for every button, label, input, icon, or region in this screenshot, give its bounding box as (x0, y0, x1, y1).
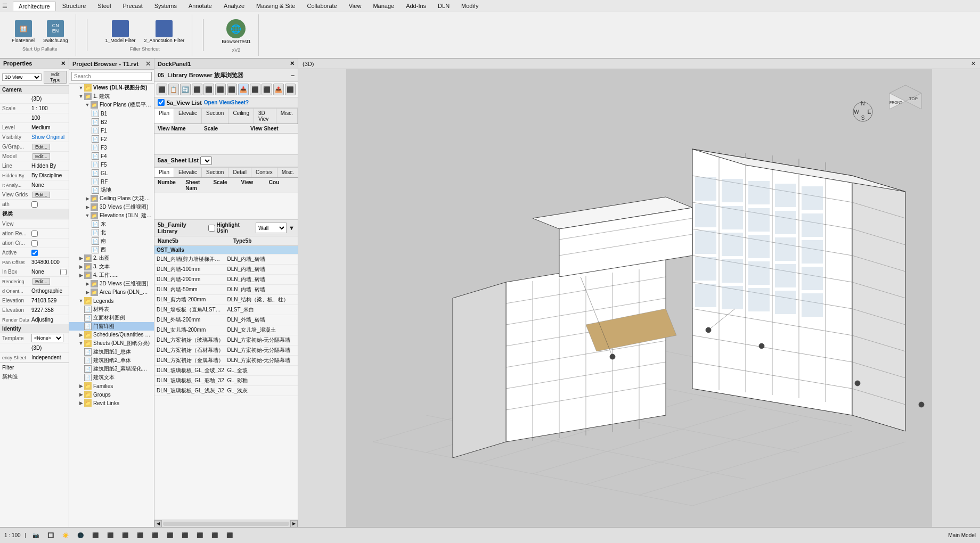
tree-item-material-table[interactable]: 📄 材料表 (69, 305, 154, 314)
prop-value-visibility[interactable]: Show Original (31, 134, 67, 140)
tree-item-gl[interactable]: 📄GL (69, 169, 154, 177)
tree-item-ceiling[interactable]: ▶ 📁 Ceiling Plans (天花板平面) (69, 194, 154, 203)
toolbar-btn-9[interactable]: ⬛ (250, 84, 260, 95)
tree-item-3d-views[interactable]: ▶ 📁 3D Views (三维视图) (69, 203, 154, 211)
tree-item-families[interactable]: ▶ 📁 Families (69, 382, 154, 390)
tree-item-revit-links[interactable]: ▶ 📁 Revit Links (69, 399, 154, 407)
tab-analyze[interactable]: Analyze (218, 2, 250, 10)
tree-item-elev-东[interactable]: 📄东 (69, 220, 154, 228)
tab-dln[interactable]: DLN (432, 2, 455, 10)
family-row-1[interactable]: DLN_内墙(剪力墙楼梯并跨：DLN_内墙_砖墙 (154, 254, 298, 265)
family-row-3[interactable]: DLN_内墙-200mmDLN_内墙_砖墙 (154, 275, 298, 285)
tab-architecture[interactable]: Architecture (13, 2, 56, 11)
family-hscroll[interactable]: ◀ ▶ (154, 520, 298, 527)
family-row-8[interactable]: DLN_女儿墙-200mmDLN_女儿墙_混凝土 (154, 325, 298, 335)
browser-test-button[interactable]: 🌐 BrowserTest1 (218, 18, 254, 46)
family-row-13[interactable]: DLN_玻璃板板_GL_彩釉_32GL_彩釉 (154, 376, 298, 386)
tree-item-elevations[interactable]: ▼ 📁 Elevations (DLN_建筑立面) (69, 211, 154, 220)
status-icon-phase[interactable]: ⬛ (150, 530, 160, 541)
status-icon-render[interactable]: 🔲 (45, 530, 56, 541)
tab-3d-view[interactable]: 3D Viev (254, 108, 276, 124)
tree-item-plans2[interactable]: ▶ 📁 2. 出图 (69, 254, 154, 262)
view-close-btn[interactable]: ✕ (971, 60, 976, 67)
tree-item-elev-西[interactable]: 📄西 (69, 245, 154, 254)
tree-item-elev-北[interactable]: 📄北 (69, 228, 154, 237)
tree-item-text[interactable]: ▶ 📁 3. 文本 (69, 262, 154, 271)
sheet-list-select[interactable] (200, 157, 212, 165)
prop-region-cr-checkbox[interactable] (31, 240, 38, 246)
sheet-tab-detail[interactable]: Detail (228, 167, 251, 177)
dock-panel-close[interactable]: ✕ (290, 60, 295, 67)
tree-item-legends[interactable]: ▼ 📁 Legends (69, 297, 154, 305)
tab-misc[interactable]: Misc. (276, 108, 298, 124)
family-row-4[interactable]: DLN_内墙-50mmDLN_内墙_砖墙 (154, 285, 298, 295)
tab-ceiling[interactable]: Ceiling (228, 108, 254, 124)
status-icon-part[interactable]: ⬛ (224, 530, 235, 541)
tab-systems[interactable]: Systems (149, 2, 182, 10)
tab-precast[interactable]: Precast (117, 2, 148, 10)
family-row-14[interactable]: DLN_玻璃板板_GL_浅灰_32GL_浅灰 (154, 386, 298, 396)
prop-grids-checkbox[interactable] (31, 201, 38, 208)
prop-grids-edit-btn[interactable]: Edit... (32, 192, 50, 198)
status-icon-thin[interactable]: ⬛ (120, 530, 130, 541)
sheet-tab-plan[interactable]: Plan (154, 167, 174, 177)
prop-in-box-checkbox[interactable] (60, 269, 67, 275)
tab-annotate[interactable]: Annotate (183, 2, 217, 10)
toolbar-btn-5[interactable]: ⬛ (203, 84, 214, 95)
family-row-0[interactable]: OST_Walls (154, 246, 298, 254)
toolbar-btn-3[interactable]: 🔄 (180, 84, 191, 95)
status-icon-worksharing[interactable]: ⬛ (194, 530, 205, 541)
tab-steel[interactable]: Steel (92, 2, 116, 10)
tab-elevatic[interactable]: Elevatic (174, 108, 202, 124)
tree-item-b1[interactable]: 📄B1 (69, 109, 154, 118)
hscroll-bar[interactable] (163, 522, 289, 526)
prop-model-edit-btn[interactable]: Edit... (32, 153, 50, 160)
tree-item-sheet[interactable]: 📄建筑图纸3_幕墙深化（提资） (69, 365, 154, 373)
toolbar-btn-8[interactable]: 📥 (238, 84, 249, 95)
tab-view[interactable]: View (344, 2, 367, 10)
tab-structure[interactable]: Structure (57, 2, 92, 10)
tree-item-arch[interactable]: ▼ 📁 1. 建筑 (69, 92, 154, 101)
prop-graphics-edit-btn[interactable]: Edit... (32, 144, 50, 150)
toolbar-btn-1[interactable]: ⬛ (157, 84, 167, 95)
family-row-12[interactable]: DLN_玻璃板板_GL_全玻_32GL_全玻 (154, 366, 298, 376)
tab-massing[interactable]: Massing & Site (251, 2, 300, 10)
tree-item-work[interactable]: ▶ 📁 4. 工作...... (69, 271, 154, 279)
float-panel-button[interactable]: 🪟 FloatPanel (9, 19, 38, 45)
tab-addins[interactable]: Add-Ins (401, 2, 431, 10)
prop-active-checkbox[interactable] (31, 250, 38, 256)
status-icon-filter[interactable]: ⬛ (165, 530, 175, 541)
tree-item-schedules[interactable]: ▶ 📁 Schedules/Quantities (DLN_数) (69, 331, 154, 339)
tree-item-views[interactable]: ▼ 📁 Views (DLN-视图分类) (69, 84, 154, 92)
view-type-select[interactable]: 3D View (2, 73, 42, 81)
sheet-tab-section[interactable]: Section (202, 167, 228, 177)
prop-template-select[interactable]: <None> (31, 334, 63, 342)
hscroll-right-btn[interactable]: ▶ (290, 520, 298, 528)
tree-item-sheets[interactable]: ▼ 📁 Sheets (DLN_图纸分类) (69, 339, 154, 348)
status-icon-sun[interactable]: ☀️ (60, 530, 71, 541)
search-input[interactable] (71, 72, 152, 81)
family-row-7[interactable]: DLN_外墙-200mmDLN_外墙_砖墙 (154, 315, 298, 325)
status-icon-reveal[interactable]: ⬛ (135, 530, 145, 541)
tab-modify[interactable]: Modify (456, 2, 484, 10)
family-row-6[interactable]: DLN_墙板板（直角ALST中灰ALST_米白 (154, 305, 298, 315)
tree-item-f3[interactable]: 📄F3 (69, 143, 154, 152)
sheet-tab-contex[interactable]: Contex (251, 167, 277, 177)
status-icon-camera[interactable]: 📷 (30, 530, 41, 541)
status-icon-shadow[interactable]: 🌑 (75, 530, 86, 541)
toolbar-btn-11[interactable]: 📤 (273, 84, 284, 95)
tree-item-sheet[interactable]: 📄建筑图纸1_总体 (69, 348, 154, 356)
annotation-filter-button[interactable]: 2_Annotation Filter (141, 19, 188, 45)
toolbar-btn-12[interactable]: ⬛ (285, 84, 296, 95)
toolbar-btn-2[interactable]: 📋 (168, 84, 179, 95)
highlight-checkbox[interactable] (208, 225, 215, 232)
tree-item-elev-南[interactable]: 📄南 (69, 237, 154, 245)
tree-item-sheet[interactable]: 📄建筑文本 (69, 373, 154, 382)
tree-item-场地[interactable]: 📄场地 (69, 186, 154, 194)
status-icon-crop[interactable]: ⬛ (90, 530, 101, 541)
tab-manage[interactable]: Manage (368, 2, 399, 10)
properties-close-btn[interactable]: ✕ (61, 60, 66, 67)
status-icon-design[interactable]: ⬛ (209, 530, 220, 541)
toolbar-btn-7[interactable]: ⬛ (227, 84, 238, 95)
tree-item-groups[interactable]: ▶ 📁 Groups (69, 390, 154, 399)
